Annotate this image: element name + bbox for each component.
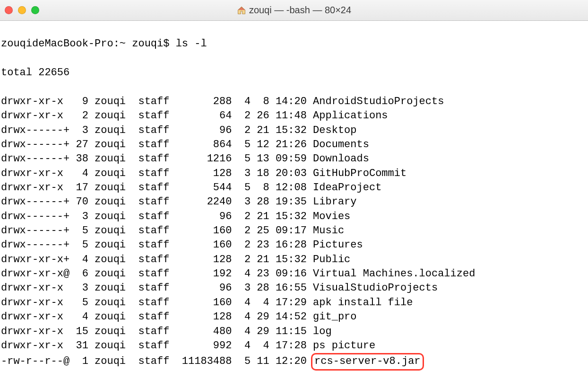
listing-row: drwxr-xr-x 4 zouqi staff 128 4 29 14:52 … bbox=[1, 310, 588, 324]
listing-filename: Documents bbox=[313, 139, 369, 150]
listing-row: drwxr-xr-x 4 zouqi staff 128 3 18 20:03 … bbox=[1, 167, 588, 181]
home-icon bbox=[237, 6, 246, 15]
window-title-bar: zouqi — -bash — 80×24 bbox=[0, 0, 588, 21]
prompt-line: zouqideMacBook-Pro:~ zouqi$ ls -l bbox=[1, 37, 588, 51]
listing-meta: drwxr-xr-x 3 zouqi staff 96 3 28 16:55 bbox=[1, 282, 313, 294]
listing-row: drwxr-xr-x+ 4 zouqi staff 128 2 21 15:32… bbox=[1, 253, 588, 267]
listing-row: drwx------+ 5 zouqi staff 160 2 23 16:28… bbox=[1, 238, 588, 252]
listing-filename: AndroidStudioProjects bbox=[313, 96, 444, 107]
listing-row: drwxr-xr-x 3 zouqi staff 96 3 28 16:55 V… bbox=[1, 281, 588, 295]
listing-filename: git_pro bbox=[313, 311, 356, 323]
listing-filename: Desktop bbox=[313, 124, 356, 136]
listing-meta: drwx------+ 3 zouqi staff 96 2 21 15:32 bbox=[1, 124, 313, 136]
listing-meta: drwx------+ 38 zouqi staff 1216 5 13 09:… bbox=[1, 153, 313, 165]
listing-filename: Applications bbox=[313, 110, 388, 122]
listing-meta: drwx------+ 3 zouqi staff 96 2 21 15:32 bbox=[1, 211, 313, 222]
listing-meta: drwxr-xr-x 17 zouqi staff 544 5 8 12:08 bbox=[1, 182, 313, 194]
minimize-icon[interactable] bbox=[18, 6, 26, 14]
file-listing: drwxr-xr-x 9 zouqi staff 288 4 8 14:20 A… bbox=[1, 95, 588, 371]
listing-row: drwx------+ 70 zouqi staff 2240 3 28 19:… bbox=[1, 195, 588, 209]
listing-row: drwx------+ 38 zouqi staff 1216 5 13 09:… bbox=[1, 152, 588, 166]
total-line: total 22656 bbox=[1, 66, 588, 80]
listing-meta: drwx------+ 5 zouqi staff 160 2 25 09:17 bbox=[1, 225, 313, 237]
listing-meta: drwxr-xr-x@ 6 zouqi staff 192 4 23 09:16 bbox=[1, 268, 313, 280]
listing-row: -rw-r--r--@ 1 zouqi staff 11183488 5 11 … bbox=[1, 353, 588, 370]
listing-meta: drwxr-xr-x+ 4 zouqi staff 128 2 21 15:32 bbox=[1, 254, 313, 265]
listing-meta: drwx------+ 27 zouqi staff 864 5 12 21:2… bbox=[1, 139, 313, 150]
listing-filename: Movies bbox=[313, 211, 350, 222]
window-title: zouqi — -bash — 80×24 bbox=[0, 4, 588, 17]
listing-filename: Public bbox=[313, 254, 350, 265]
listing-row: drwx------+ 5 zouqi staff 160 2 25 09:17… bbox=[1, 224, 588, 238]
listing-row: drwxr-xr-x 31 zouqi staff 992 4 4 17:28 … bbox=[1, 339, 588, 353]
listing-row: drwxr-xr-x 5 zouqi staff 160 4 4 17:29 a… bbox=[1, 296, 588, 310]
listing-filename: Music bbox=[313, 225, 344, 237]
listing-meta: drwxr-xr-x 15 zouqi staff 480 4 29 11:15 bbox=[1, 326, 313, 337]
listing-meta: drwxr-xr-x 5 zouqi staff 160 4 4 17:29 bbox=[1, 297, 313, 309]
listing-meta: drwxr-xr-x 9 zouqi staff 288 4 8 14:20 bbox=[1, 96, 313, 107]
zoom-icon[interactable] bbox=[31, 6, 39, 14]
listing-filename: apk install file bbox=[313, 297, 413, 309]
listing-meta: drwxr-xr-x 4 zouqi staff 128 4 29 14:52 bbox=[1, 311, 313, 323]
listing-filename: Virtual Machines.localized bbox=[313, 268, 475, 280]
listing-filename: IdeaProject bbox=[313, 182, 381, 194]
close-icon[interactable] bbox=[5, 6, 13, 14]
listing-filename: GitHubProCommit bbox=[313, 168, 406, 179]
listing-row: drwx------+ 27 zouqi staff 864 5 12 21:2… bbox=[1, 138, 588, 152]
window-title-text: zouqi — -bash — 80×24 bbox=[249, 4, 351, 17]
listing-meta: drwxr-xr-x 31 zouqi staff 992 4 4 17:28 bbox=[1, 340, 313, 352]
listing-meta: drwxr-xr-x 2 zouqi staff 64 2 26 11:48 bbox=[1, 110, 313, 122]
listing-filename: VisualStudioProjects bbox=[313, 282, 438, 294]
listing-meta: -rw-r--r--@ 1 zouqi staff 11183488 5 11 … bbox=[1, 355, 313, 367]
listing-row: drwx------+ 3 zouqi staff 96 2 21 15:32 … bbox=[1, 210, 588, 224]
highlighted-filename: rcs-server-v8.jar bbox=[311, 353, 424, 370]
listing-row: drwxr-xr-x 9 zouqi staff 288 4 8 14:20 A… bbox=[1, 95, 588, 109]
listing-row: drwxr-xr-x 2 zouqi staff 64 2 26 11:48 A… bbox=[1, 109, 588, 123]
listing-row: drwxr-xr-x 17 zouqi staff 544 5 8 12:08 … bbox=[1, 181, 588, 195]
listing-meta: drwxr-xr-x 4 zouqi staff 128 3 18 20:03 bbox=[1, 168, 313, 179]
listing-filename: Downloads bbox=[313, 153, 369, 165]
listing-filename: Library bbox=[313, 196, 356, 208]
listing-row: drwx------+ 3 zouqi staff 96 2 21 15:32 … bbox=[1, 124, 588, 138]
listing-filename: ps picture bbox=[313, 340, 375, 352]
terminal-output[interactable]: zouqideMacBook-Pro:~ zouqi$ ls -l total … bbox=[0, 21, 588, 371]
listing-meta: drwx------+ 70 zouqi staff 2240 3 28 19:… bbox=[1, 196, 313, 208]
listing-filename: log bbox=[313, 326, 332, 337]
listing-row: drwxr-xr-x@ 6 zouqi staff 192 4 23 09:16… bbox=[1, 267, 588, 281]
listing-meta: drwx------+ 5 zouqi staff 160 2 23 16:28 bbox=[1, 239, 313, 251]
listing-row: drwxr-xr-x 15 zouqi staff 480 4 29 11:15… bbox=[1, 325, 588, 339]
listing-filename: Pictures bbox=[313, 239, 363, 251]
traffic-lights bbox=[5, 6, 39, 14]
